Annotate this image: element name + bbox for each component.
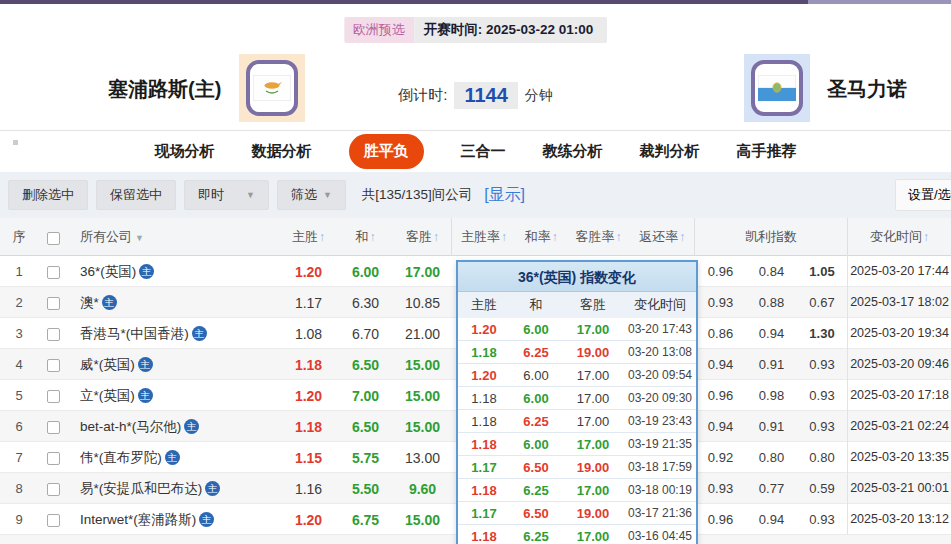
odds-value[interactable]: 5.50: [337, 481, 394, 497]
odds-value[interactable]: 15.00: [394, 388, 451, 404]
row-checkbox[interactable]: [47, 297, 60, 310]
tab-coach-analysis[interactable]: 教练分析: [543, 142, 603, 161]
header-company-label: 所有公司: [80, 229, 132, 244]
row-seq: 2: [0, 295, 38, 310]
odds-value[interactable]: 1.18: [280, 357, 337, 373]
company-cell[interactable]: 威*(英国)主: [68, 356, 280, 374]
odds-value[interactable]: 6.70: [337, 326, 394, 342]
kelly-value: 0.93: [797, 419, 847, 434]
countdown-value: 1144: [454, 82, 517, 109]
live-dropdown[interactable]: 即时▼: [184, 180, 269, 210]
odds-value[interactable]: 7.00: [337, 388, 394, 404]
row-checkbox[interactable]: [47, 390, 60, 403]
header-seq: 序: [0, 228, 38, 246]
company-cell[interactable]: 香港马*(中国香港)主: [68, 325, 280, 343]
popup-odds-value: 1.18: [458, 414, 510, 429]
header-draw-rate[interactable]: 和率↑: [525, 228, 558, 246]
sort-up-icon: ↑: [615, 230, 621, 244]
home-mark-icon: 主: [102, 295, 117, 310]
company-cell[interactable]: bet-at-h*(马尔他)主: [68, 418, 280, 436]
header-return-rate[interactable]: 返还率↑: [639, 228, 685, 246]
row-seq: 8: [0, 481, 38, 496]
kelly-value: 0.93: [797, 388, 847, 403]
company-cell[interactable]: 易*(安提瓜和巴布达)主: [68, 480, 280, 498]
row-checkbox-cell: [38, 326, 68, 342]
odds-value[interactable]: 1.08: [280, 326, 337, 342]
kelly-value: 0.94: [695, 419, 746, 434]
odds-value[interactable]: 10.85: [394, 295, 451, 311]
odds-value[interactable]: 1.20: [280, 388, 337, 404]
row-checkbox[interactable]: [47, 514, 60, 527]
delete-selected-button[interactable]: 删除选中: [8, 180, 88, 210]
kelly-value: 0.93: [695, 295, 746, 310]
select-all-checkbox[interactable]: [47, 232, 60, 245]
odds-value[interactable]: 6.50: [337, 419, 394, 435]
header-company[interactable]: 所有公司▼: [68, 228, 280, 246]
tab-expert-picks[interactable]: 高手推荐: [737, 142, 797, 161]
header-away-odds[interactable]: 客胜↑: [394, 228, 451, 246]
popup-header-time: 变化时间: [624, 296, 696, 314]
header-draw-odds[interactable]: 和↑: [337, 228, 394, 246]
header-kelly: 凯利指数: [695, 228, 847, 246]
odds-value[interactable]: 1.16: [280, 481, 337, 497]
odds-history-popup: 36*(英国) 指数变化 主胜 和 客胜 变化时间 1.206.0017.000…: [456, 260, 698, 544]
header-away-rate[interactable]: 客胜率↑: [575, 228, 621, 246]
popup-header-draw: 和: [510, 296, 562, 314]
row-checkbox[interactable]: [47, 359, 60, 372]
league-badge: 欧洲预选: [344, 17, 414, 43]
kelly-value: 0.96: [695, 388, 746, 403]
popup-odds-value: 1.18: [458, 345, 510, 360]
row-checkbox[interactable]: [47, 421, 60, 434]
popup-odds-value: 19.00: [562, 460, 624, 475]
tab-live-analysis[interactable]: 现场分析: [155, 142, 215, 161]
header-change-time[interactable]: 变化时间↑: [847, 218, 951, 256]
odds-value[interactable]: 13.00: [394, 450, 451, 466]
company-cell[interactable]: 澳*主: [68, 294, 280, 312]
odds-value[interactable]: 1.15: [280, 450, 337, 466]
tab-three-in-one[interactable]: 三合一: [461, 142, 506, 161]
company-cell[interactable]: 立*(英国)主: [68, 387, 280, 405]
chevron-down-icon: ▼: [323, 190, 332, 200]
odds-value[interactable]: 1.20: [280, 512, 337, 528]
odds-value[interactable]: 21.00: [394, 326, 451, 342]
kelly-value: 0.94: [746, 512, 797, 527]
odds-value[interactable]: 6.75: [337, 512, 394, 528]
kickoff-time: 开赛时间: 2025-03-22 01:00: [414, 17, 608, 43]
odds-value[interactable]: 1.18: [280, 419, 337, 435]
filter-dropdown[interactable]: 筛选▼: [277, 180, 346, 210]
kelly-value: 0.93: [797, 512, 847, 527]
row-checkbox[interactable]: [47, 266, 60, 279]
odds-value[interactable]: 1.20: [280, 264, 337, 280]
odds-value[interactable]: 15.00: [394, 357, 451, 373]
decor-square-icon: [13, 140, 18, 145]
show-link[interactable]: [显示]: [484, 185, 525, 206]
kelly-value: 0.86: [695, 326, 746, 341]
company-cell[interactable]: 36*(英国)主: [68, 263, 280, 281]
odds-value[interactable]: 6.50: [337, 357, 394, 373]
row-checkbox[interactable]: [47, 452, 60, 465]
settings-button[interactable]: 设置/选择: [895, 179, 951, 211]
odds-value[interactable]: 17.00: [394, 264, 451, 280]
odds-value[interactable]: 1.17: [280, 295, 337, 311]
odds-value[interactable]: 15.00: [394, 512, 451, 528]
company-cell[interactable]: Interwet*(塞浦路斯)主: [68, 511, 280, 529]
home-mark-icon: 主: [138, 388, 153, 403]
header-home-rate[interactable]: 主胜率↑: [461, 228, 507, 246]
odds-value[interactable]: 9.60: [394, 481, 451, 497]
company-name: 易*(安提瓜和巴布达): [80, 480, 202, 498]
odds-value[interactable]: 6.00: [337, 264, 394, 280]
odds-value[interactable]: 6.30: [337, 295, 394, 311]
odds-value[interactable]: 5.75: [337, 450, 394, 466]
popup-row: 1.206.0017.0003-20 17:43: [458, 318, 696, 341]
company-cell[interactable]: 伟*(直布罗陀)主: [68, 449, 280, 467]
row-seq: 9: [0, 512, 38, 527]
odds-value[interactable]: 15.00: [394, 419, 451, 435]
row-checkbox[interactable]: [47, 483, 60, 496]
home-mark-icon: 主: [138, 357, 153, 372]
header-home-odds[interactable]: 主胜↑: [280, 228, 337, 246]
keep-selected-button[interactable]: 保留选中: [96, 180, 176, 210]
tab-data-analysis[interactable]: 数据分析: [252, 142, 312, 161]
tab-win-draw-loss[interactable]: 胜平负: [349, 134, 424, 169]
tab-referee-analysis[interactable]: 裁判分析: [640, 142, 700, 161]
row-checkbox[interactable]: [47, 328, 60, 341]
